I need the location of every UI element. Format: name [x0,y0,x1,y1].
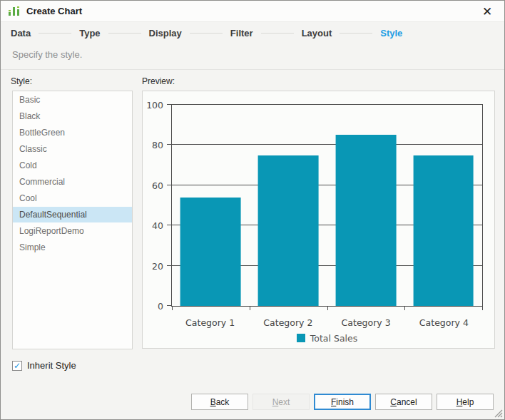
style-item-classic[interactable]: Classic [13,141,132,157]
back-button[interactable]: Back [191,394,248,410]
bar-column [250,105,327,306]
step-connector [39,33,71,34]
bar-column [327,105,405,306]
bar-category-3 [335,135,396,306]
x-tick [172,306,173,310]
x-tick [327,306,328,310]
y-tick [167,144,172,145]
x-axis-labels: Category 1Category 2Category 3Category 4 [171,315,483,329]
x-axis-label: Category 3 [327,317,405,328]
x-tick [250,306,250,310]
y-tick-label: 100 [146,100,163,111]
style-list[interactable]: BasicBlackBottleGreenClassicColdCommerci… [12,91,133,349]
bar-category-2 [258,155,319,307]
x-axis-label: Category 1 [171,317,249,328]
button-bar: BackNextFinishCancelHelp [191,394,494,410]
wizard-steps: DataTypeDisplayFilterLayoutStyle [1,22,504,43]
y-tick [167,185,172,185]
resize-grip-icon[interactable] [493,408,503,418]
step-description: Specify the style. [12,49,82,60]
style-list-label: Style: [11,76,32,86]
bar-column [172,105,250,306]
separator [1,69,504,70]
y-tick-label: 20 [152,260,163,271]
style-item-commercial[interactable]: Commercial [13,174,132,190]
wizard-step-layout[interactable]: Layout [302,28,332,39]
step-connector [261,33,294,34]
x-tick [404,306,405,310]
bar-chart: 020406080100 Category 1Category 2Categor… [143,91,494,348]
wizard-step-filter[interactable]: Filter [230,28,253,39]
y-tick [167,305,172,306]
style-item-basic[interactable]: Basic [13,92,132,108]
y-tick [167,225,172,225]
inherit-style-row: ✓ Inherit Style [12,360,76,371]
window-title: Create Chart [26,6,82,16]
cancel-button[interactable]: Cancel [375,394,432,410]
create-chart-dialog: Create Chart ✕ DataTypeDisplayFilterLayo… [0,0,505,420]
help-button[interactable]: Help [437,394,494,410]
y-tick [167,104,172,105]
step-connector [108,33,141,34]
chart-preview: 020406080100 Category 1Category 2Categor… [142,91,495,349]
y-tick-label: 0 [158,301,163,312]
style-item-logireportdemo[interactable]: LogiReportDemo [13,223,132,239]
wizard-step-display[interactable]: Display [149,28,182,39]
plot-area: 020406080100 [171,104,483,307]
style-item-cold[interactable]: Cold [13,158,132,173]
style-item-bottlegreen[interactable]: BottleGreen [13,125,132,140]
style-item-defaultsequential[interactable]: DefaultSequential [13,207,132,222]
x-axis-label: Category 2 [249,317,327,328]
y-tick-label: 60 [152,180,163,190]
close-icon[interactable]: ✕ [477,3,497,20]
next-button[interactable]: Next [252,394,310,410]
style-item-simple[interactable]: Simple [13,240,132,255]
y-tick [167,265,172,266]
wizard-step-style[interactable]: Style [380,28,402,39]
step-connector [340,33,372,34]
title-bar: Create Chart ✕ [1,1,504,22]
legend-swatch [297,334,305,342]
y-tick-label: 80 [152,140,163,150]
inherit-style-label: Inherit Style [27,360,76,371]
x-tick [482,306,483,310]
wizard-step-type[interactable]: Type [79,28,100,39]
chart-app-icon [8,6,21,17]
chart-legend: Total Sales [171,331,483,345]
finish-button[interactable]: Finish [314,394,371,410]
style-item-cool[interactable]: Cool [13,190,132,206]
x-axis-label: Category 4 [405,317,483,328]
inherit-style-checkbox[interactable]: ✓ [12,361,22,371]
bar-category-1 [180,198,241,306]
wizard-step-data[interactable]: Data [11,28,31,39]
y-tick-label: 40 [152,220,163,231]
legend-label: Total Sales [310,333,357,344]
bar-category-4 [413,155,474,307]
style-item-black[interactable]: Black [13,108,132,124]
bar-column [404,105,482,306]
step-connector [190,33,223,34]
preview-label: Preview: [142,76,175,86]
